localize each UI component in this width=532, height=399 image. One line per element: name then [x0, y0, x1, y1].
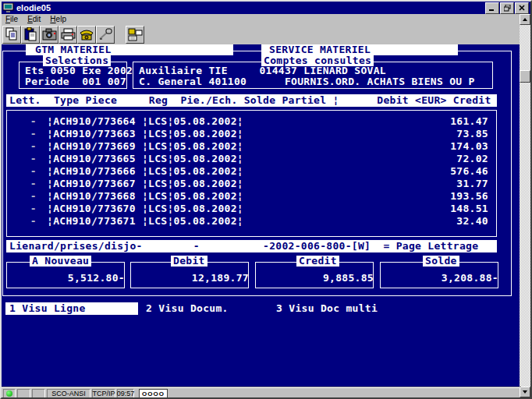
total-anouveau-value: 5,512.80-: [6, 272, 125, 284]
print-button[interactable]: [59, 26, 77, 44]
session-setup-button[interactable]: [126, 26, 144, 44]
row-credit-amount: 32.40: [456, 215, 496, 227]
row-credit-amount: 31.77: [456, 178, 496, 189]
tools-button[interactable]: [96, 26, 115, 44]
toolbar: [2, 24, 520, 44]
table-row[interactable]: -¦ACH910/773671 ¦LCS¦05.08.2002¦32.40: [7, 214, 496, 227]
session-indicator: OOOO: [139, 389, 168, 399]
menu-option-visu-docum[interactable]: 2 Visu Docum.: [146, 303, 229, 314]
total-credit-label: Credit: [296, 256, 339, 267]
ledger-rows: -¦ACH910/773664 ¦LCS¦05.08.2002¦161.47-¦…: [7, 115, 496, 227]
menu-option-visu-ligne[interactable]: 1 Visu Ligne: [5, 302, 138, 315]
row-piece-info: ¦ACH910/773666 ¦LCS¦05.08.2002¦: [47, 165, 243, 177]
terminal-screen[interactable]: GTM MATERIEL SERVICE MATERIEL Selections…: [2, 44, 521, 387]
total-debit-value: 12,189.77: [130, 272, 249, 284]
account-status-line: Lienard/prises/disjo- - -2002-006-800-[W…: [6, 240, 497, 252]
menu-file[interactable]: File: [5, 15, 18, 23]
row-piece-info: ¦ACH910/773664 ¦LCS¦05.08.2002¦: [47, 115, 243, 127]
row-piece-info: ¦ACH910/773667 ¦LCS¦05.08.2002¦: [47, 178, 243, 189]
status-cell-empty-2: [32, 389, 45, 398]
window-title: elodie05: [16, 3, 51, 12]
table-row[interactable]: -¦ACH910/773667 ¦LCS¦05.08.2002¦31.77: [7, 177, 496, 189]
table-row[interactable]: -¦ACH910/773670 ¦LCS¦05.08.2002¦148.51: [7, 202, 496, 214]
row-lettrage: -: [7, 190, 37, 202]
row-lettrage: -: [7, 165, 37, 177]
total-debit-label: Debit: [171, 256, 207, 267]
paste-button[interactable]: [21, 26, 40, 44]
row-piece-info: ¦ACH910/773665 ¦LCS¦05.08.2002¦: [47, 153, 243, 164]
scrollbar-thumb[interactable]: [520, 70, 530, 83]
scroll-up-button[interactable]: [520, 14, 530, 25]
row-piece-info: ¦ACH910/773668 ¦LCS¦05.08.2002¦: [47, 190, 243, 202]
table-header: Lett. Type Piece Reg Pie./Ech. Solde Par…: [6, 94, 497, 107]
minimize-button[interactable]: [485, 2, 499, 14]
vertical-scrollbar[interactable]: [520, 14, 530, 397]
arrow-up-icon: [523, 18, 527, 21]
total-solde-value: 3,208.88-: [380, 272, 498, 284]
copy-button[interactable]: [2, 26, 21, 44]
row-piece-info: ¦ACH910/773669 ¦LCS¦05.08.2002¦: [47, 140, 243, 152]
green-led-icon: [6, 390, 12, 397]
camera-button[interactable]: [40, 26, 59, 44]
emulation-cell: SCO-ANSI: [47, 389, 90, 398]
selections-legend: Selections: [43, 55, 111, 66]
status-cell-empty-1: [17, 389, 30, 398]
row-piece-info: ¦ACH910/773670 ¦LCS¦05.08.2002¦: [47, 203, 243, 214]
menu-option-visu-doc-multi[interactable]: 3 Visu Doc multi: [276, 303, 378, 314]
menu-edit[interactable]: Edit: [27, 15, 41, 23]
total-credit-value: 9,885.85: [255, 272, 374, 284]
arrow-down-icon: [523, 390, 527, 394]
row-lettrage: -: [7, 115, 37, 127]
copy-icon: [5, 27, 19, 41]
app-title-right: SERVICE MATERIEL: [261, 44, 458, 55]
total-anouveau-label: A Nouveau: [30, 256, 91, 267]
comptes-line2: C. General 401100 FOURNIS.ORD. ACHATS BI…: [139, 76, 475, 87]
clock-cell: 09:57: [117, 389, 134, 398]
row-credit-amount: 148.51: [450, 203, 496, 214]
row-lettrage: -: [7, 203, 37, 214]
row-credit-amount: 193.56: [450, 190, 496, 202]
table-row[interactable]: -¦ACH910/773663 ¦LCS¦05.08.2002¦73.85: [7, 127, 496, 139]
comptes-legend: Comptes consultes: [261, 55, 374, 66]
scroll-down-button[interactable]: [520, 387, 530, 397]
table-row[interactable]: -¦ACH910/773664 ¦LCS¦05.08.2002¦161.47: [7, 115, 496, 127]
session-setup-icon: [128, 28, 143, 41]
row-piece-info: ¦ACH910/773663 ¦LCS¦05.08.2002¦: [47, 128, 243, 139]
row-credit-amount: 174.03: [450, 140, 496, 152]
table-row[interactable]: -¦ACH910/773669 ¦LCS¦05.08.2002¦174.03: [7, 139, 496, 152]
connection-led-cell: [3, 389, 16, 398]
row-lettrage: -: [7, 128, 37, 139]
phone-button[interactable]: [77, 26, 96, 44]
status-bar: SCO-ANSI TCP/IP 09:57 OOOO: [2, 387, 521, 399]
row-credit-amount: 576.46: [450, 165, 496, 177]
comptes-line1: Auxiliaire TIE 014437 LIENARD SOVAL: [139, 65, 386, 76]
tools-icon: [98, 28, 113, 41]
selections-line1: Ets 0050 Exe 2002: [25, 65, 133, 76]
row-credit-amount: 161.47: [450, 115, 496, 127]
paste-icon: [23, 27, 37, 41]
terminal-app-icon: [3, 3, 14, 12]
close-button[interactable]: [515, 2, 529, 14]
phone-icon: [79, 28, 94, 41]
menu-bar: File Edit Help: [2, 14, 523, 24]
application-window: elodie05 File Edit Help: [0, 0, 532, 399]
camera-icon: [42, 28, 57, 41]
row-credit-amount: 72.02: [456, 153, 496, 164]
row-lettrage: -: [7, 140, 37, 152]
row-piece-info: ¦ACH910/773671 ¦LCS¦05.08.2002¦: [47, 215, 243, 227]
table-row[interactable]: -¦ACH910/773665 ¦LCS¦05.08.2002¦72.02: [7, 152, 496, 164]
protocol-cell: TCP/IP: [92, 389, 115, 398]
menu-help[interactable]: Help: [50, 15, 66, 23]
title-bar[interactable]: elodie05: [2, 2, 530, 14]
table-row[interactable]: -¦ACH910/773666 ¦LCS¦05.08.2002¦576.46: [7, 164, 496, 177]
total-solde-label: Solde: [423, 256, 459, 267]
row-lettrage: -: [7, 153, 37, 164]
printer-icon: [61, 28, 76, 41]
restore-button[interactable]: [500, 2, 514, 14]
row-credit-amount: 73.85: [456, 128, 496, 139]
row-lettrage: -: [7, 215, 37, 227]
app-title-left: GTM MATERIEL: [26, 44, 233, 55]
row-lettrage: -: [7, 178, 37, 189]
selections-line2: Periode 001 007: [25, 76, 126, 87]
table-row[interactable]: -¦ACH910/773668 ¦LCS¦05.08.2002¦193.56: [7, 189, 496, 202]
